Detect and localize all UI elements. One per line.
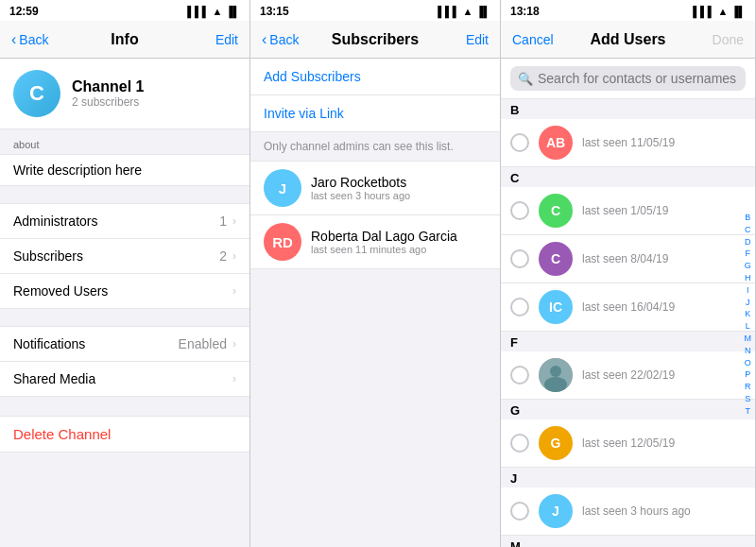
- cancel-button[interactable]: Cancel: [512, 32, 554, 47]
- status-bar-2: 13:15 ▌▌▌ ▲ ▐▌: [250, 0, 500, 21]
- section-header-M: M: [501, 536, 755, 547]
- channel-header: C Channel 1 2 subscribers: [0, 59, 249, 129]
- contact-radio-C2[interactable]: [510, 249, 529, 268]
- subscriber-item-1[interactable]: RD Roberta Dal Lago Garcia last seen 11 …: [250, 215, 500, 269]
- contact-row-F1[interactable]: last seen 22/02/19: [501, 351, 755, 400]
- notifications-item[interactable]: Notifications Enabled ›: [0, 326, 249, 362]
- contact-seen-AB: last seen 11/05/19: [582, 136, 675, 149]
- contact-radio-J1[interactable]: [510, 502, 529, 521]
- search-input[interactable]: [538, 71, 738, 86]
- search-bar: 🔍: [501, 59, 755, 99]
- index-R[interactable]: R: [743, 382, 754, 392]
- subscriber-avatar-1: RD: [264, 223, 301, 261]
- description-text: Write description here: [0, 154, 249, 186]
- wifi-icon-1: ▲: [213, 6, 223, 17]
- add-subscribers-action[interactable]: Add Subscribers: [250, 59, 500, 95]
- index-C[interactable]: C: [743, 225, 754, 235]
- contact-radio-AB[interactable]: [510, 133, 529, 152]
- status-time-2: 13:15: [260, 5, 289, 18]
- wifi-icon-3: ▲: [718, 6, 729, 17]
- index-F[interactable]: F: [743, 248, 754, 259]
- index-G[interactable]: G: [743, 261, 754, 271]
- signal-icon-1: ▌▌▌: [187, 6, 209, 17]
- index-K[interactable]: K: [743, 309, 754, 319]
- contact-avatar-G1: G: [539, 426, 573, 460]
- administrators-label: Administrators: [13, 214, 97, 229]
- contact-seen-J1: last seen 3 hours ago: [582, 504, 691, 518]
- contact-seen-F1: last seen 22/02/19: [582, 368, 675, 382]
- index-P[interactable]: P: [743, 369, 754, 380]
- index-S[interactable]: S: [743, 394, 754, 404]
- svg-point-1: [550, 366, 561, 377]
- status-time-1: 12:59: [9, 5, 39, 18]
- info-panel: 12:59 ▌▌▌ ▲ ▐▌ ‹ Back Info Edit C Channe…: [0, 0, 250, 547]
- shared-media-label: Shared Media: [13, 371, 95, 386]
- chevron-icon-notifications: ›: [232, 337, 236, 350]
- contact-avatar-C2: C: [539, 242, 573, 276]
- subscriber-list: J Jaro Rocketbots last seen 3 hours ago …: [250, 162, 500, 269]
- about-label: about: [0, 129, 249, 154]
- index-T[interactable]: T: [743, 406, 754, 417]
- removed-users-item[interactable]: Removed Users ›: [0, 274, 249, 309]
- contact-row-C2[interactable]: C last seen 8/04/19: [501, 235, 755, 283]
- status-bar-3: 13:18 ▌▌▌ ▲ ▐▌: [501, 0, 755, 21]
- index-O[interactable]: O: [743, 358, 754, 368]
- index-D[interactable]: D: [743, 237, 754, 248]
- administrators-count: 1: [219, 214, 227, 229]
- shared-media-item[interactable]: Shared Media ›: [0, 362, 249, 397]
- subscribers-label: Subscribers: [13, 248, 83, 264]
- invite-via-link-action[interactable]: Invite via Link: [250, 95, 500, 131]
- channel-name: Channel 1: [72, 78, 144, 95]
- battery-icon-1: ▐▌: [225, 6, 240, 17]
- back-button-1[interactable]: ‹ Back: [11, 31, 48, 48]
- chevron-icon-removed: ›: [232, 284, 236, 298]
- photo-avatar-F: [539, 358, 573, 392]
- administrators-item[interactable]: Administrators 1 ›: [0, 203, 249, 239]
- subscribers-item[interactable]: Subscribers 2 ›: [0, 239, 249, 274]
- notifications-right: Enabled ›: [179, 336, 236, 351]
- battery-icon-2: ▐▌: [475, 6, 490, 17]
- search-icon: 🔍: [518, 72, 533, 86]
- add-users-panel: 13:18 ▌▌▌ ▲ ▐▌ Cancel Add Users Done 🔍 B…: [501, 0, 756, 547]
- subscriber-name-0: Jaro Rocketbots: [311, 175, 410, 190]
- index-J[interactable]: J: [743, 298, 754, 308]
- subscriber-item-0[interactable]: J Jaro Rocketbots last seen 3 hours ago: [250, 162, 500, 215]
- nav-bar-3: Cancel Add Users Done: [501, 21, 755, 59]
- contact-avatar-C1: C: [539, 194, 573, 228]
- notifications-value: Enabled: [179, 336, 227, 351]
- index-N[interactable]: N: [743, 346, 754, 356]
- subscriber-name-1: Roberta Dal Lago Garcia: [311, 229, 457, 244]
- section-header-J: J: [501, 468, 755, 487]
- contact-row-AB[interactable]: AB last seen 11/05/19: [501, 119, 755, 167]
- edit-button-1[interactable]: Edit: [215, 32, 238, 47]
- index-I[interactable]: I: [743, 285, 754, 296]
- nav-bar-2: ‹ Back Subscribers Edit: [250, 21, 500, 59]
- contact-radio-C1[interactable]: [510, 201, 529, 220]
- chevron-icon-subs: ›: [232, 249, 236, 263]
- contact-avatar-AB: AB: [539, 126, 573, 160]
- notifications-label: Notifications: [13, 336, 85, 351]
- contact-row-G1[interactable]: G last seen 12/05/19: [501, 419, 755, 468]
- contact-row-J1[interactable]: J last seen 3 hours ago: [501, 487, 755, 536]
- done-button[interactable]: Done: [713, 32, 744, 47]
- back-button-2[interactable]: ‹ Back: [262, 31, 299, 48]
- delete-channel-button[interactable]: Delete Channel: [0, 416, 249, 453]
- contact-row-C1[interactable]: C last seen 1/05/19: [501, 187, 755, 235]
- contact-row-IC[interactable]: IC last seen 16/04/19: [501, 283, 755, 332]
- contact-radio-IC[interactable]: [510, 298, 529, 316]
- contact-seen-C2: last seen 8/04/19: [582, 252, 668, 265]
- index-L[interactable]: L: [743, 321, 754, 332]
- index-H[interactable]: H: [743, 273, 754, 283]
- subscriber-info-1: Roberta Dal Lago Garcia last seen 11 min…: [311, 229, 457, 255]
- subscriber-info-0: Jaro Rocketbots last seen 3 hours ago: [311, 175, 410, 201]
- subscribers-panel: 13:15 ▌▌▌ ▲ ▐▌ ‹ Back Subscribers Edit A…: [250, 0, 501, 547]
- contact-seen-IC: last seen 16/04/19: [582, 300, 675, 314]
- nav-bar-1: ‹ Back Info Edit: [0, 21, 249, 59]
- contact-radio-G1[interactable]: [510, 434, 529, 453]
- status-icons-3: ▌▌▌ ▲ ▐▌: [693, 6, 746, 17]
- index-B[interactable]: B: [743, 213, 754, 223]
- shared-media-right: ›: [232, 372, 236, 385]
- index-M[interactable]: M: [743, 333, 754, 344]
- contact-radio-F1[interactable]: [510, 366, 529, 385]
- edit-button-2[interactable]: Edit: [466, 32, 489, 47]
